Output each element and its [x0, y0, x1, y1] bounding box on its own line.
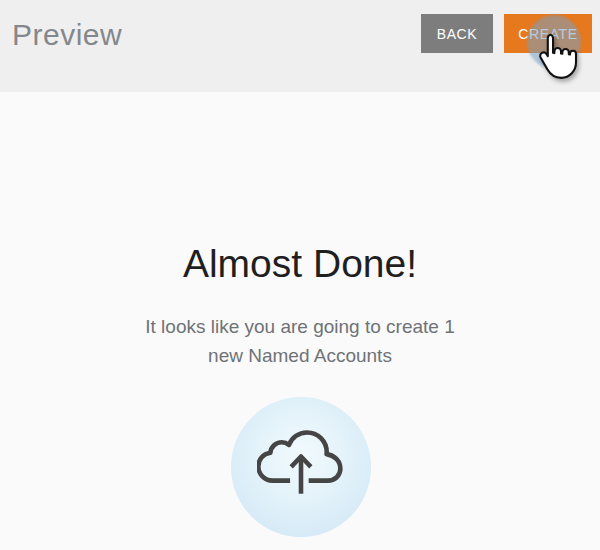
preview-screen: Preview BACK CREATE Almost Done! It look… — [0, 0, 600, 550]
message-text: It looks like you are going to create 1n… — [0, 312, 600, 370]
cloud-upload-icon — [257, 427, 345, 497]
page-title: Preview — [12, 16, 122, 54]
message-line-2: new Named Accounts — [208, 345, 392, 366]
content-area: Almost Done! It looks like you are going… — [0, 92, 600, 550]
create-button[interactable]: CREATE — [504, 14, 592, 53]
upload-circle — [231, 397, 371, 537]
back-button[interactable]: BACK — [421, 14, 493, 53]
heading: Almost Done! — [0, 242, 600, 286]
message-line-1: It looks like you are going to create 1 — [145, 316, 454, 337]
header: Preview BACK CREATE — [0, 0, 600, 92]
